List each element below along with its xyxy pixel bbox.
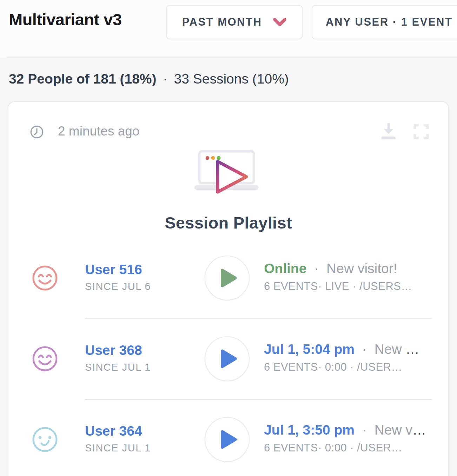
user-info: User 364 SINCE JUL 1 [85,423,151,454]
user-since: SINCE JUL 1 [85,362,151,373]
status-note: New [375,342,406,357]
truncation-ellipsis: … [412,422,427,437]
status-line: Online · New visitor! [264,261,412,276]
updated-timestamp: 2 minutes ago [58,124,139,139]
dot-separator: · [362,342,367,357]
status-note: New v [375,422,412,437]
session-row: User 516 SINCE JUL 6 Online · New visito… [8,238,448,318]
filter-button[interactable]: ANY USER · 1 EVENT [312,5,457,39]
truncation-ellipsis: … [405,342,420,357]
play-button[interactable] [205,256,250,300]
download-button[interactable] [380,123,397,140]
session-row: User 364 SINCE JUL 1 Jul 1, 3:50 pm · Ne… [8,399,448,476]
session-detail: 6 EVENTS· 0:00 · /USER… [264,442,427,454]
filter-label: ANY USER · 1 EVENT [326,16,452,28]
playlist-rows: User 516 SINCE JUL 6 Online · New visito… [8,238,448,476]
fullscreen-icon [413,123,430,140]
download-icon [380,123,397,140]
user-link[interactable]: User 516 [85,262,151,277]
play-button[interactable] [205,417,250,462]
happy-face-icon [32,345,58,372]
header: Multivariant v3 PAST MONTH ANY USER · 1 … [0,0,457,58]
status-line: Jul 1, 3:50 pm · New v… [264,422,427,438]
avatar [32,265,58,291]
session-detail: 6 EVENTS· 0:00 · /USER… [264,361,420,373]
happy-face-icon [32,265,58,291]
avatar [32,426,58,453]
play-button[interactable] [205,336,250,381]
stats-summary: 32 People of 181 (18%) · 33 Sessions (10… [9,70,289,88]
session-time-link[interactable]: Online [264,261,306,276]
playlist-card: 2 minutes ago [8,101,449,476]
date-range-label: PAST MONTH [182,16,262,28]
session-time-link[interactable]: Jul 1, 5:04 pm [264,342,355,357]
fullscreen-button[interactable] [413,123,430,140]
date-range-button[interactable]: PAST MONTH [166,5,303,39]
clock-icon [30,125,44,139]
wink-face-icon [32,426,58,453]
user-info: User 516 SINCE JUL 6 [85,262,151,292]
page-title: Multivariant v3 [9,9,122,30]
dot-separator: · [314,261,319,276]
user-since: SINCE JUL 1 [85,442,151,454]
avatar [32,345,58,372]
chevron-down-icon [273,18,286,27]
screen: Multivariant v3 PAST MONTH ANY USER · 1 … [0,0,457,476]
dot-separator: · [362,422,367,437]
card-title: Session Playlist [8,213,448,232]
session-status: Online · New visitor! 6 EVENTS· LIVE · /… [264,261,412,293]
play-icon [220,348,238,369]
session-time-link[interactable]: Jul 1, 3:50 pm [264,422,355,437]
session-detail: 6 EVENTS· LIVE · /USERS… [264,280,412,293]
session-status: Jul 1, 5:04 pm · New … 6 EVENTS· 0:00 · … [264,342,420,373]
people-count: 32 People of 181 (18%) [9,70,157,88]
play-icon [220,267,238,289]
dot-separator: · [163,70,167,88]
user-link[interactable]: User 368 [85,343,151,358]
session-row: User 368 SINCE JUL 1 Jul 1, 5:04 pm · Ne… [8,318,448,399]
user-since: SINCE JUL 6 [85,281,151,292]
play-icon [220,429,238,450]
user-info: User 368 SINCE JUL 1 [85,343,151,373]
user-link[interactable]: User 364 [85,423,151,439]
status-note: New visitor! [326,261,397,276]
status-line: Jul 1, 5:04 pm · New … [264,342,420,357]
sessions-count: 33 Sessions (10%) [174,70,289,88]
session-player-illustration [194,150,266,195]
session-status: Jul 1, 3:50 pm · New v… 6 EVENTS· 0:00 ·… [264,422,427,454]
